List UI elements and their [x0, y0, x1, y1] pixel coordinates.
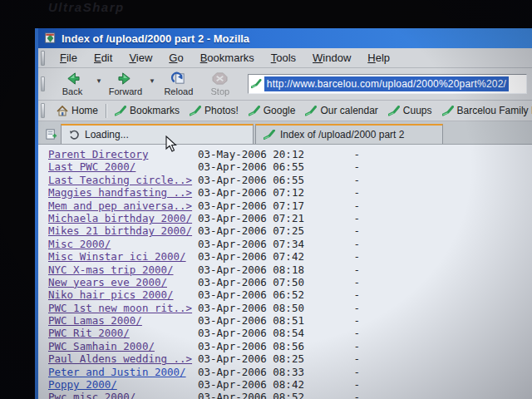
forward-arrow-icon: [116, 71, 134, 86]
forward-button[interactable]: Forward: [105, 69, 146, 99]
bookmark-item-photos[interactable]: Photos!: [185, 103, 244, 118]
table-row: PWC 1st new moon rit..>03-Apr-2006 08:50…: [48, 302, 532, 314]
stop-icon: [211, 71, 229, 86]
bookmark-swoosh-icon: [249, 106, 260, 116]
bookmark-item-barcelou-family-phot[interactable]: Barcelou Family Phot...: [437, 103, 532, 118]
directory-link[interactable]: Pwc misc 2000/: [48, 391, 198, 399]
bookmark-item-our-calendar[interactable]: Our calendar: [300, 103, 382, 118]
directory-link[interactable]: Misc 2000/: [48, 238, 198, 250]
directory-link[interactable]: Michaela birthday 2000/: [48, 212, 198, 224]
directory-link[interactable]: Maggies handfasting ..>: [48, 186, 198, 199]
file-size: -: [323, 186, 360, 199]
file-size: -: [323, 264, 360, 276]
bookmark-swoosh-icon: [264, 130, 275, 140]
table-row: Last Teaching circle..>03-Apr-2006 06:55…: [48, 174, 532, 186]
file-size: -: [323, 212, 360, 224]
directory-link[interactable]: PWC 1st new moon rit..>: [48, 302, 198, 314]
table-row: Poppy 2000/03-Apr-2006 08:42-: [48, 378, 532, 391]
reload-icon: [170, 71, 187, 86]
modified-date: 03-Apr-2006 08:50: [198, 302, 323, 314]
menu-file[interactable]: File: [52, 49, 86, 66]
file-size: -: [323, 276, 360, 288]
back-dropdown-arrow[interactable]: ▼: [93, 77, 105, 85]
table-row: Pwc misc 2000/03-Apr-2006 08:52-: [48, 391, 532, 399]
modified-date: 03-Apr-2006 08:25: [198, 352, 323, 365]
table-row: Michaela birthday 2000/03-Apr-2006 07:21…: [48, 212, 532, 224]
menubar-grippy[interactable]: [41, 51, 45, 66]
modified-date: 03-Apr-2006 06:55: [198, 160, 323, 173]
forward-dropdown-arrow[interactable]: ▼: [146, 77, 158, 85]
directory-link[interactable]: Peter and Justin 2000/: [48, 366, 198, 378]
tab-2[interactable]: Index of /upload/2000 part 2: [255, 124, 443, 144]
table-row: Mikes 21 birthday 2000/03-Apr-2006 07:25…: [48, 224, 532, 237]
window-title: Index of /upload/2000 part 2 - Mozilla: [62, 32, 249, 45]
directory-link[interactable]: PWC Samhain 2000/: [48, 340, 198, 352]
modified-date: 03-Apr-2006 08:42: [198, 378, 323, 391]
new-tab-button[interactable]: [41, 125, 61, 143]
file-size: -: [323, 200, 360, 212]
directory-link[interactable]: Misc Winstar ici 2000/: [48, 250, 198, 263]
mouse-cursor: [165, 135, 178, 153]
bookmark-item-home[interactable]: Home: [52, 103, 103, 118]
menu-view[interactable]: View: [121, 49, 160, 66]
directory-link[interactable]: Last PWC 2000/: [48, 160, 198, 173]
directory-link[interactable]: Poppy 2000/: [48, 378, 198, 391]
bookmark-item-cuups[interactable]: Cuups: [383, 103, 437, 118]
directory-link[interactable]: New years eve 2000/: [48, 276, 198, 288]
bookmark-item-bookmarks[interactable]: Bookmarks: [110, 103, 185, 118]
modified-date: 03-Apr-2006 06:52: [198, 288, 323, 301]
modified-date: 03-Apr-2006 07:42: [198, 250, 323, 263]
menu-window[interactable]: Window: [304, 49, 359, 66]
bookmark-item-google[interactable]: Google: [244, 103, 301, 118]
title-bar[interactable]: Index of /upload/2000 part 2 - Mozilla: [38, 28, 532, 48]
stop-button: Stop: [200, 69, 241, 99]
table-row: Paul Aldens wedding ..>03-Apr-2006 08:25…: [48, 352, 532, 365]
monitor-brand-text: UltraSharp: [48, 0, 125, 14]
file-size: -: [323, 314, 360, 327]
modified-date: 03-Apr-2006 07:21: [198, 212, 323, 224]
reload-button[interactable]: Reload: [158, 69, 200, 99]
modified-date: 03-Apr-2006 08:56: [198, 340, 323, 352]
navigation-toolbar: Back ▼ Forward ▼ Reload: [38, 68, 532, 101]
directory-link[interactable]: Paul Aldens wedding ..>: [48, 352, 198, 365]
menu-help[interactable]: Help: [359, 49, 398, 66]
table-row: PWC Lamas 2000/03-Apr-2006 08:51-: [48, 314, 532, 327]
directory-link[interactable]: Mem and pep aniversa..>: [48, 200, 198, 212]
modified-date: 03-Apr-2006 07:25: [198, 224, 323, 237]
table-row: Parent Directory03-May-2006 20:12-: [48, 148, 532, 160]
menu-bookmarks[interactable]: Bookmarks: [192, 49, 263, 66]
directory-link[interactable]: Last Teaching circle..>: [48, 174, 198, 186]
home-icon: [57, 106, 68, 116]
table-row: Maggies handfasting ..>03-Apr-2006 07:12…: [48, 186, 532, 199]
bookmark-swoosh-icon: [305, 106, 317, 116]
bookmark-label: Our calendar: [320, 105, 377, 116]
directory-link[interactable]: NYC X-mas trip 2000/: [48, 264, 198, 276]
bookmark-label: Bookmarks: [130, 105, 180, 116]
table-row: PWC Samhain 2000/03-Apr-2006 08:56-: [48, 340, 532, 352]
back-button[interactable]: Back: [52, 69, 93, 99]
file-size: -: [323, 160, 360, 173]
tab-1[interactable]: Loading...: [61, 124, 254, 144]
bookmark-label: Cuups: [403, 105, 432, 116]
bookmark-swoosh-icon: [190, 106, 201, 116]
menu-edit[interactable]: Edit: [86, 49, 121, 66]
directory-link[interactable]: Mikes 21 birthday 2000/: [48, 224, 198, 237]
personal-toolbar: HomeBookmarksPhotos!GoogleOur calendarCu…: [38, 101, 532, 121]
personalbar-grippy[interactable]: [41, 103, 45, 118]
modified-date: 03-Apr-2006 07:34: [198, 238, 323, 250]
file-size: -: [323, 302, 360, 314]
menu-go[interactable]: Go: [160, 49, 191, 66]
bookmark-swoosh-icon: [442, 106, 454, 116]
browser-window: Index of /upload/2000 part 2 - Mozilla F…: [35, 28, 532, 399]
table-row: Niko hair pics 2000/03-Apr-2006 06:52-: [48, 288, 532, 301]
directory-link[interactable]: PWC Rit 2000/: [48, 327, 198, 339]
location-bar[interactable]: http://www.barcelou.com/upload/2000%20pa…: [248, 74, 527, 94]
modified-date: 03-Apr-2006 08:18: [198, 264, 323, 276]
directory-link[interactable]: Niko hair pics 2000/: [48, 288, 198, 301]
location-input[interactable]: http://www.barcelou.com/upload/2000%20pa…: [264, 76, 509, 91]
menu-tools[interactable]: Tools: [263, 49, 304, 66]
directory-link[interactable]: PWC Lamas 2000/: [48, 314, 198, 327]
navbar-grippy[interactable]: [41, 76, 45, 91]
file-size: -: [323, 391, 360, 399]
directory-listing: Parent Directory03-May-2006 20:12-Last P…: [38, 145, 532, 399]
